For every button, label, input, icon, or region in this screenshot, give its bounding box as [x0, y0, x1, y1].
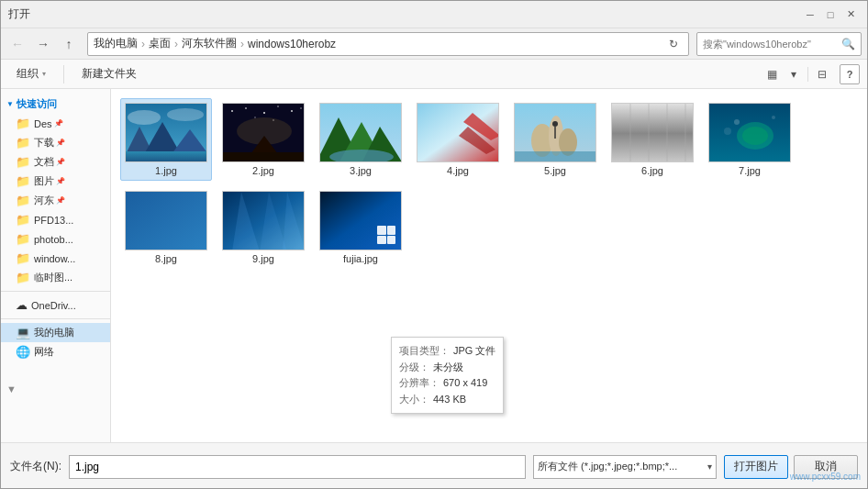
sidebar-item-label: 临时图...	[34, 271, 72, 284]
organize-button[interactable]: 组织 ▾	[8, 64, 54, 84]
file-item-9jpg[interactable]: 9.jpg	[217, 186, 309, 269]
tooltip-size-label: 大小：	[399, 392, 429, 408]
svg-point-10	[263, 112, 265, 114]
sidebar-item-label: 文档	[34, 155, 54, 169]
search-bar[interactable]: 🔍	[696, 32, 862, 56]
sidebar-item-desktop[interactable]: 📁 Des 📌	[1, 114, 110, 133]
close-button[interactable]: ✕	[841, 6, 860, 24]
file-item-fujiajpg[interactable]: fujia.jpg	[315, 186, 406, 269]
windows-logo-icon	[377, 226, 395, 244]
svg-point-12	[291, 110, 293, 112]
sidebar-item-onedrive[interactable]: ☁ OneDriv...	[1, 295, 110, 315]
file-name-8jpg: 8.jpg	[155, 253, 177, 264]
sidebar-item-temp[interactable]: 📁 临时图...	[1, 268, 110, 287]
file-item-3jpg[interactable]: 3.jpg	[315, 98, 406, 181]
tooltip-size-row: 大小： 443 KB	[399, 392, 495, 408]
file-item-6jpg[interactable]: 6.jpg	[606, 98, 698, 181]
svg-rect-31	[515, 151, 596, 162]
filetype-arrow-icon: ▾	[707, 461, 712, 472]
minimize-button[interactable]: ─	[801, 6, 819, 24]
svg-point-29	[552, 121, 558, 127]
file-thumbnail-3jpg	[319, 103, 402, 162]
file-item-1jpg[interactable]: 1.jpg	[120, 98, 212, 181]
sidebar-item-windows[interactable]: 📁 window...	[1, 249, 110, 268]
file-name-3jpg: 3.jpg	[350, 165, 372, 176]
sidebar-item-mypc[interactable]: 💻 我的电脑	[1, 323, 110, 342]
folder-icon: 📁	[16, 271, 30, 284]
address-mypc: 我的电脑	[94, 36, 138, 51]
file-name-4jpg: 4.jpg	[447, 165, 469, 176]
sidebar-item-label: 图片	[34, 174, 54, 188]
folder-icon: 📁	[16, 155, 30, 169]
quick-access-header[interactable]: ▼ 快速访问	[1, 94, 110, 114]
sidebar-item-documents[interactable]: 📁 文档 📌	[1, 152, 110, 172]
file-name-fujiajpg: fujia.jpg	[343, 253, 378, 264]
view-chevron-button[interactable]: ▾	[784, 64, 804, 84]
filename-input[interactable]	[69, 455, 526, 479]
svg-point-8	[231, 110, 233, 112]
svg-rect-6	[126, 151, 207, 162]
filetype-text: 所有文件 (*.jpg;*.jpeg;*.bmp;*...	[538, 460, 707, 473]
sidebar-divider-1	[1, 291, 110, 292]
maximize-button[interactable]: □	[821, 6, 840, 24]
folder-icon: 📁	[16, 213, 30, 227]
tooltip-type-value: JPG 文件	[453, 343, 495, 360]
refresh-button[interactable]: ↻	[664, 35, 683, 53]
tooltip-dimensions-row: 分辨率： 670 x 419	[399, 375, 495, 392]
sidebar-item-pictures[interactable]: 📁 图片 📌	[1, 172, 110, 191]
file-item-7jpg[interactable]: 7.jpg	[704, 98, 796, 181]
svg-point-41	[772, 116, 775, 119]
search-icon[interactable]: 🔍	[841, 38, 855, 50]
folder-icon: 📁	[16, 136, 30, 150]
svg-point-40	[734, 119, 740, 125]
back-button[interactable]: ←	[6, 33, 28, 55]
action-bar: 组织 ▾ 新建文件夹 ▦ ▾ ⊟ ?	[1, 60, 867, 89]
filetype-dropdown[interactable]: 所有文件 (*.jpg;*.jpeg;*.bmp;*... ▾	[533, 455, 717, 479]
sidebar-item-hedong[interactable]: 📁 河东 📌	[1, 191, 110, 210]
watermark: www.pcxx59.com	[790, 472, 861, 482]
sidebar-item-label: 河东	[34, 194, 54, 207]
file-name-1jpg: 1.jpg	[155, 165, 177, 176]
open-button[interactable]: 打开图片	[724, 455, 788, 479]
quick-access-arrow: ▼	[6, 100, 14, 108]
file-item-5jpg[interactable]: 5.jpg	[509, 98, 601, 181]
sidebar-item-photob[interactable]: 📁 photob...	[1, 229, 110, 249]
up-button[interactable]: ↑	[58, 33, 80, 55]
folder-icon: 📁	[16, 251, 30, 265]
help-button[interactable]: ?	[840, 64, 860, 84]
tooltip-dimensions-label: 分辨率：	[399, 375, 440, 392]
address-bar[interactable]: 我的电脑 › 桌面 › 河东软件圈 › windows10herobz ↻	[87, 32, 689, 56]
svg-point-2	[167, 108, 204, 121]
tooltip-rating-row: 分级： 未分级	[399, 360, 495, 376]
view-panel-button[interactable]: ⊟	[812, 64, 832, 84]
file-item-2jpg[interactable]: 2.jpg	[217, 98, 309, 181]
file-thumbnail-4jpg	[417, 103, 499, 162]
view-controls: ▦ ▾ ⊟ ?	[762, 64, 860, 84]
address-folder: windows10herobz	[248, 38, 336, 50]
file-item-8jpg[interactable]: 8.jpg	[120, 186, 212, 269]
sidebar-item-label: 网络	[34, 345, 54, 359]
sidebar-item-pfd13[interactable]: 📁 PFD13...	[1, 210, 110, 229]
folder-icon: 📁	[16, 174, 30, 188]
pin-icon: 📌	[56, 196, 65, 205]
action-separator	[63, 65, 64, 83]
pin-icon: 📌	[56, 139, 65, 147]
file-name-7jpg: 7.jpg	[739, 165, 761, 176]
forward-button[interactable]: →	[32, 33, 54, 55]
search-input[interactable]	[703, 39, 841, 50]
sidebar-item-downloads[interactable]: 📁 下载 📌	[1, 133, 110, 152]
bottom-bar: 文件名(N): 所有文件 (*.jpg;*.jpeg;*.bmp;*... ▾ …	[1, 442, 867, 489]
file-thumbnail-8jpg	[125, 191, 207, 250]
file-area: 1.jpg	[111, 89, 867, 278]
address-sep-2: ›	[174, 38, 178, 50]
svg-point-13	[300, 107, 302, 109]
view-grid-button[interactable]: ▦	[762, 64, 782, 84]
file-item-4jpg[interactable]: 4.jpg	[412, 98, 504, 181]
address-hedong: 河东软件圈	[182, 36, 237, 51]
sidebar-item-label: photob...	[34, 234, 73, 245]
svg-point-39	[742, 127, 768, 145]
pin-icon: 📌	[56, 177, 65, 185]
new-folder-button[interactable]: 新建文件夹	[73, 64, 145, 84]
sidebar-item-label: Des	[34, 118, 52, 129]
sidebar-item-network[interactable]: 🌐 网络	[1, 342, 110, 361]
